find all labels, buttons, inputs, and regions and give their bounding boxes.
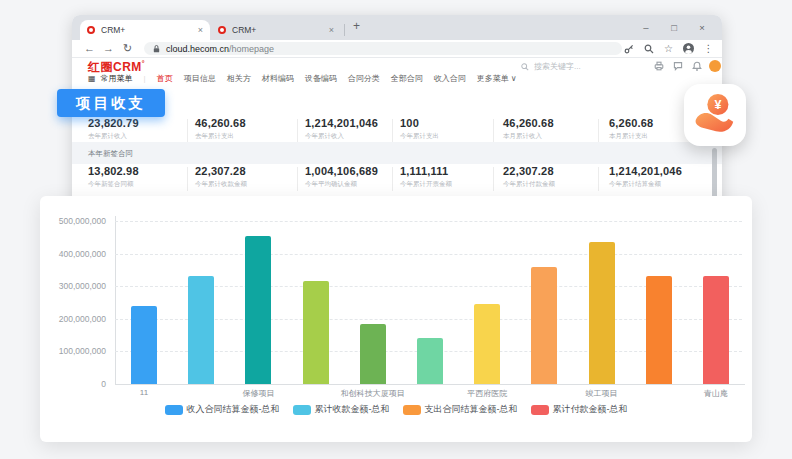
- legend-label: 累计付款金额-总和: [553, 403, 628, 416]
- bell-icon[interactable]: [692, 61, 702, 71]
- legend-item[interactable]: 收入合同结算金额-总和: [165, 403, 280, 416]
- menu-icon[interactable]: ⋮: [703, 43, 714, 54]
- minimize-button[interactable]: –: [632, 15, 660, 40]
- nav-item[interactable]: 相关方: [227, 73, 251, 84]
- chart-bar[interactable]: [245, 236, 271, 384]
- address-bar-icons: ☆⋮: [623, 40, 714, 57]
- nav-item[interactable]: 项目信息: [184, 73, 216, 84]
- stat-value: 22,307.28: [195, 165, 247, 177]
- tab-close-icon[interactable]: ×: [198, 25, 203, 35]
- tab-close-icon[interactable]: ×: [329, 25, 334, 35]
- stat-column: 6,260.68本月累计支出: [609, 117, 653, 141]
- yuan-symbol: ¥: [714, 98, 721, 112]
- maximize-button[interactable]: □: [660, 15, 688, 40]
- nav-item[interactable]: 合同分类: [348, 73, 380, 84]
- chart-bar[interactable]: [531, 267, 557, 384]
- nav-item[interactable]: 首页: [157, 73, 173, 84]
- stat-value: 13,802.98: [88, 165, 139, 177]
- x-axis-label: 平西府医院: [427, 388, 547, 399]
- crm-favicon-icon: [87, 26, 95, 34]
- forward-button[interactable]: →: [103, 40, 114, 57]
- url-domain: cloud.hecom.cn: [166, 44, 229, 54]
- chat-icon[interactable]: [673, 61, 683, 71]
- legend-item[interactable]: 支出合同结算金额-总和: [403, 403, 518, 416]
- stat-label: 今年累计开票金额: [400, 180, 452, 189]
- project-balance-badge[interactable]: 项目收支: [57, 89, 165, 117]
- lock-icon: [152, 44, 161, 54]
- tab-title: CRM+: [232, 25, 325, 35]
- stat-column: 1,214,201,046今年累计收入: [305, 117, 378, 141]
- legend-item[interactable]: 累计付款金额-总和: [531, 403, 628, 416]
- chart-bar[interactable]: [131, 306, 157, 384]
- reload-button[interactable]: ↻: [123, 40, 132, 57]
- nav-item[interactable]: 更多菜单 ∨: [477, 73, 517, 84]
- legend-item[interactable]: 累计收款金额-总和: [293, 403, 390, 416]
- stat-divider: [297, 119, 298, 143]
- back-button[interactable]: ←: [84, 40, 95, 57]
- stats-row-2: 13,802.98今年新签合同额22,307.28今年累计收款金额1,004,1…: [72, 165, 722, 197]
- stat-value: 46,260.68: [195, 117, 246, 129]
- chart-bar[interactable]: [417, 338, 443, 384]
- nav-item[interactable]: 材料编码: [262, 73, 294, 84]
- nav-menu-label: 常用菜单: [101, 73, 133, 84]
- stat-divider: [493, 167, 494, 191]
- stat-column: 13,802.98今年新签合同额: [88, 165, 139, 189]
- nav-separator: |: [144, 74, 146, 83]
- legend-swatch: [403, 405, 421, 415]
- stat-value: 46,260.68: [503, 117, 554, 129]
- browser-tab[interactable]: CRM+×: [211, 20, 341, 40]
- chart-bar[interactable]: [703, 276, 729, 384]
- stat-label: 今年累计结算金额: [609, 180, 682, 189]
- stat-label: 本月累计支出: [609, 132, 653, 141]
- grid-menu-icon[interactable]: ▦: [88, 74, 96, 83]
- url-bar[interactable]: cloud.hecom.cn/homepage: [144, 42, 622, 55]
- legend-swatch: [531, 405, 549, 415]
- stat-column: 46,260.68去年累计支出: [195, 117, 246, 141]
- address-bar: ← → ↻ cloud.hecom.cn/homepage ☆⋮: [72, 40, 722, 58]
- tab-separator: [344, 24, 345, 36]
- yuan-hand-icon[interactable]: ¥: [684, 84, 746, 146]
- section-title: 本年新签合同: [88, 149, 133, 159]
- stat-label: 今年累计收入: [305, 132, 378, 141]
- search-input[interactable]: [532, 61, 606, 72]
- stat-label: 今年累计支出: [400, 132, 439, 141]
- nav-item[interactable]: 全部合同: [391, 73, 423, 84]
- stat-divider: [297, 167, 298, 191]
- key-icon[interactable]: [623, 43, 634, 54]
- stat-divider: [598, 167, 599, 191]
- printer-icon[interactable]: [654, 61, 664, 71]
- stat-label: 今年累计付款金额: [503, 180, 555, 189]
- tab-strip: CRM+×CRM+× + –□×: [72, 15, 722, 40]
- stat-label: 今年累计收款金额: [195, 180, 247, 189]
- chart-card: 收入合同结算金额-总和累计收款金额-总和支出合同结算金额-总和累计付款金额-总和…: [40, 196, 752, 442]
- stat-column: 46,260.68本月累计收入: [503, 117, 554, 141]
- chart-bar[interactable]: [646, 276, 672, 384]
- tab-title: CRM+: [101, 25, 194, 35]
- chart-bar[interactable]: [303, 281, 329, 384]
- chart-bar[interactable]: [474, 304, 500, 384]
- crm-logo-text: 红圈CRM: [88, 60, 142, 74]
- chart-bar[interactable]: [188, 276, 214, 384]
- stat-divider: [598, 119, 599, 143]
- browser-tab[interactable]: CRM+×: [80, 20, 210, 40]
- close-button[interactable]: ×: [688, 15, 716, 40]
- stat-divider: [392, 119, 393, 143]
- legend-label: 支出合同结算金额-总和: [425, 403, 518, 416]
- profile-icon[interactable]: [683, 43, 694, 54]
- user-avatar[interactable]: [709, 60, 721, 72]
- zoom-icon[interactable]: [643, 43, 654, 54]
- section-band: 本年新签合同: [72, 142, 722, 164]
- nav-item[interactable]: 收入合同: [434, 73, 466, 84]
- crm-nav-bar: ▦常用菜单|首页项目信息相关方材料编码设备编码合同分类全部合同收入合同更多菜单 …: [88, 73, 708, 84]
- x-axis-label: 青山庵: [656, 388, 776, 399]
- chart-bar[interactable]: [589, 242, 615, 384]
- new-tab-button[interactable]: +: [353, 19, 360, 33]
- stat-column: 1,004,106,689今年平均确认金额: [305, 165, 378, 189]
- stat-value: 1,214,201,046: [609, 165, 682, 177]
- nav-item[interactable]: 设备编码: [305, 73, 337, 84]
- star-icon[interactable]: ☆: [663, 43, 674, 54]
- screenshot-canvas: CRM+×CRM+× + –□× ← → ↻ cloud.hecom.cn/ho…: [0, 0, 792, 459]
- stat-label: 去年累计支出: [195, 132, 246, 141]
- chart-bar[interactable]: [360, 324, 386, 384]
- url-path: /homepage: [229, 44, 274, 54]
